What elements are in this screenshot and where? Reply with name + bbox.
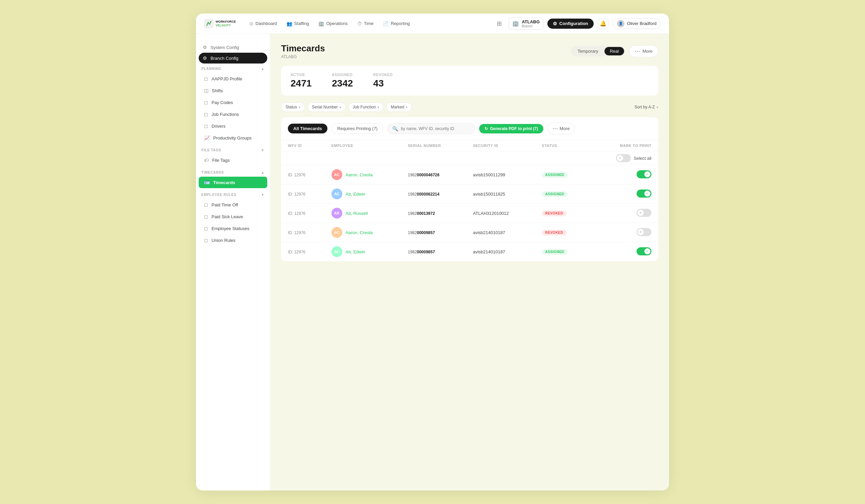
toggle-thumb: ✕ (617, 155, 623, 161)
mark-to-print-toggle[interactable]: ✓ (637, 247, 651, 255)
nav-right: ⊞ 🏢 ATLABG Branch ⚙ Configuration 🔔 👤 Ol… (494, 17, 661, 30)
toggle-thumb: ✓ (644, 171, 650, 177)
timecards-section-header[interactable]: TIMECARDS ▲ (196, 168, 270, 176)
sidebar-item-paid-sick-leave[interactable]: ◻ Paid Sick Leave (199, 211, 267, 222)
employee-name[interactable]: Ab, Edwin (346, 249, 366, 254)
sidebar-item-productivity-groups[interactable]: 📈 Productivity Groups (199, 132, 267, 143)
mark-to-print-toggle[interactable]: ✓ (637, 189, 651, 198)
user-menu[interactable]: 👤 Oliver Bradford (613, 18, 661, 29)
configuration-button[interactable]: ⚙ Configuration (547, 19, 593, 29)
col-wfv-id: WFV ID (281, 140, 325, 151)
sidebar-item-aappjd[interactable]: ◻ AAPPJD Profile (199, 73, 267, 84)
mark-to-print-toggle[interactable]: ✓ (637, 170, 651, 178)
employee-rules-items: ◻ Paid Time Off ◻ Paid Sick Leave ◻ Empl… (196, 199, 270, 246)
grid-menu-button[interactable]: ⊞ (494, 18, 505, 29)
filter-status[interactable]: Status ▾ (281, 102, 305, 112)
mark-to-print-toggle[interactable]: ✕ (637, 228, 651, 236)
cell-employee: AE Ab, Edwin (325, 242, 401, 261)
requires-printing-button[interactable]: Requires Printing (7) (332, 123, 383, 134)
sidebar-item-pay-codes[interactable]: ◻ Pay Codes (199, 97, 267, 108)
dots-icon-2: ⋯ (552, 125, 558, 132)
chevron-down-icon: ▼ (261, 148, 265, 152)
filter-job-function[interactable]: Job Function ▾ (348, 102, 384, 112)
time-icon: ⏱ (357, 21, 362, 26)
chevron-down-icon-marked: ▾ (406, 105, 407, 109)
generate-pdf-button[interactable]: ↻ Generate PDF to print (7) (479, 124, 543, 133)
file-tags-section-header[interactable]: FILE TAGS ▼ (196, 146, 270, 154)
employee-rules-section-header[interactable]: EMPLOYEE RULES ▼ (196, 191, 270, 199)
table-row: ID: 12976 AR Ab, Russell 198200013972 AT… (281, 204, 658, 223)
toggle-thumb: ✕ (638, 229, 644, 235)
cell-wfv-id: ID: 12976 (281, 223, 325, 242)
all-timecards-button[interactable]: All Timecards (288, 124, 327, 133)
table-toolbar: All Timecards Requires Printing (7) 🔍 ↻ … (281, 117, 658, 140)
employee-name[interactable]: Ab, Russell (346, 211, 368, 216)
union-icon: ◻ (204, 237, 208, 243)
cell-serial: 19820000062214 (401, 185, 466, 204)
sidebar-item-timecards[interactable]: 🪪 Timecards (199, 177, 267, 188)
tab-temporary[interactable]: Temporary (572, 47, 603, 55)
filter-marked[interactable]: Marked ▾ (386, 102, 412, 112)
planning-items: ◻ AAPPJD Profile ◫ Shifts ◻ Pay Codes ◻ … (196, 73, 270, 143)
cell-wfv-id: ID: 12976 (281, 185, 325, 204)
nav-operations[interactable]: 🏢 Operations (314, 19, 352, 28)
drivers-icon: ◻ (204, 123, 208, 129)
nav-reporting[interactable]: 📄 Reporting (379, 19, 414, 28)
cell-status: ASSIGNED (535, 242, 590, 261)
nav-dashboard[interactable]: ⊙ Dashboard (245, 19, 281, 28)
sidebar-item-branch-config[interactable]: ⚙ Branch Config (199, 53, 267, 63)
filter-serial-number[interactable]: Serial Number ▾ (308, 102, 346, 112)
cell-serial: 19820000046728 (401, 165, 466, 185)
aappjd-icon: ◻ (204, 76, 208, 81)
status-badge: ASSIGNED (542, 172, 568, 178)
sidebar-item-job-functions[interactable]: ◻ Job Functions (199, 108, 267, 120)
page-header: Timecards ATLABG Temporary Real ⋯ More (281, 43, 658, 59)
logo[interactable]: WORKFORCE VELOCITY (204, 19, 236, 28)
status-badge: ASSIGNED (542, 191, 568, 197)
table-row: ID: 12976 AC Aaron, Creola 1982000004672… (281, 165, 658, 185)
tab-real[interactable]: Real (604, 47, 624, 55)
toggle-thumb: ✓ (644, 248, 650, 254)
planning-section-header[interactable]: PLANNING ▲ (196, 65, 270, 73)
search-input[interactable] (401, 126, 470, 131)
sort-selector[interactable]: Sort by A-Z ▾ (635, 105, 658, 109)
sidebar-item-paid-time-off[interactable]: ◻ Paid Time Off (199, 199, 267, 210)
gear-icon: ⚙ (553, 21, 557, 26)
cell-serial: 198200009857 (401, 242, 466, 261)
cell-serial: 198200009857 (401, 223, 466, 242)
search-box[interactable]: 🔍 (387, 123, 475, 134)
stats-card: ACTIVE 2471 ASSIGNED 2342 REVOKED 43 (281, 66, 658, 96)
col-employee: EMPLOYEE (325, 140, 401, 151)
table-row: ID: 12976 AC Aaron, Creola 198200009857 … (281, 223, 658, 242)
sidebar-item-drivers[interactable]: ◻ Drivers (199, 120, 267, 132)
sidebar-item-employee-statuses[interactable]: ◻ Employee Statuses (199, 223, 267, 234)
mark-to-print-toggle[interactable]: ✕ (637, 209, 651, 217)
sidebar-item-union-rules[interactable]: ◻ Union Rules (199, 234, 267, 246)
status-badge: ASSIGNED (542, 249, 568, 255)
nav-staffing[interactable]: 👥 Staffing (282, 19, 313, 28)
table-row: ID: 12976 AE Ab, Edwin 19820000062214 av… (281, 185, 658, 204)
employee-name[interactable]: Aaron, Creola (346, 172, 373, 177)
logo-text: WORKFORCE VELOCITY (216, 20, 236, 27)
notifications-button[interactable]: 🔔 (598, 18, 609, 29)
chevron-down-icon-serial: ▾ (339, 105, 341, 109)
sidebar-item-shifts[interactable]: ◫ Shifts (199, 85, 267, 96)
sidebar-item-file-tags[interactable]: 🏷 File Tags (199, 154, 267, 166)
top-navigation: WORKFORCE VELOCITY ⊙ Dashboard 👥 Staffin… (196, 13, 669, 34)
select-all-toggle[interactable]: ✕ (616, 154, 631, 162)
cell-security-id: avisb150011825 (466, 185, 535, 204)
nav-time[interactable]: ⏱ Time (353, 19, 378, 28)
employee-name[interactable]: Aaron, Creola (346, 230, 373, 235)
employee-name[interactable]: Ab, Edwin (346, 191, 366, 197)
filter-bar: Status ▾ Serial Number ▾ Job Function ▾ … (281, 102, 658, 112)
timecards-items: 🪪 Timecards (196, 177, 270, 188)
stat-assigned: ASSIGNED 2342 (332, 73, 353, 89)
cell-toggle: ✕ (590, 223, 658, 242)
sort-chevron-icon: ▾ (657, 105, 658, 109)
branch-selector[interactable]: 🏢 ATLABG Branch (508, 17, 543, 30)
cell-employee: AC Aaron, Creola (325, 223, 401, 242)
sidebar-item-system-config[interactable]: ⚙ System Config (199, 42, 267, 53)
table-more-button[interactable]: ⋯ More (547, 122, 575, 134)
header-more-button[interactable]: ⋯ More (629, 45, 658, 57)
content-area: Timecards ATLABG Temporary Real ⋯ More (270, 34, 669, 491)
